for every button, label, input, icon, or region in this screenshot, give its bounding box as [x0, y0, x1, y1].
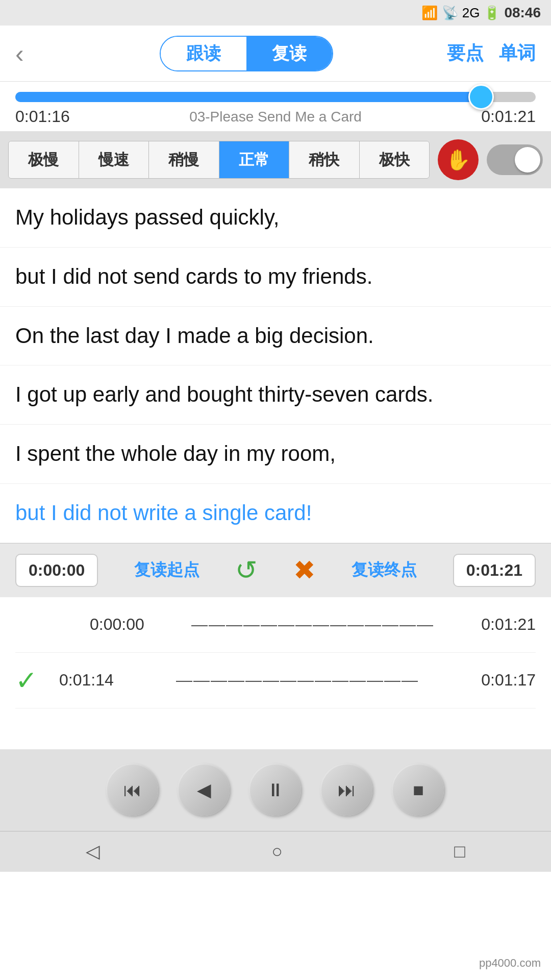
nav-recent-btn[interactable]: □	[454, 841, 465, 862]
bottom-nav: ◁ ○ □	[0, 831, 551, 872]
watermark: pp4000.com	[479, 957, 541, 970]
status-time: 08:46	[504, 5, 541, 21]
signal-icon: 📶	[421, 5, 438, 21]
record-check-1: ✓	[15, 609, 51, 640]
record-check-2: ✓	[15, 665, 51, 696]
record-dashes-2: ——————————————	[176, 671, 419, 690]
nav-key-points[interactable]: 要点	[447, 41, 484, 66]
mode-follow-read[interactable]: 跟读	[161, 37, 246, 70]
speed-controls: 极慢 慢速 稍慢 正常 稍快 极快 ✋	[0, 131, 551, 188]
repeat-cancel-icon[interactable]: ✖	[293, 555, 316, 585]
top-nav-right: 要点 单词	[447, 41, 536, 66]
status-icons: 📶 📡 2G 🔋 08:46	[421, 5, 541, 21]
network-type: 2G	[462, 5, 480, 21]
repeat-end-label[interactable]: 复读终点	[352, 559, 417, 581]
speed-very-fast[interactable]: 极快	[360, 141, 430, 178]
app-container: ‹ 跟读 复读 要点 单词 0:01:16 03-Please Send Me …	[0, 26, 551, 980]
progress-section: 0:01:16 03-Please Send Me a Card 0:01:21	[0, 82, 551, 131]
progress-bar[interactable]	[15, 92, 536, 102]
rewind-fast-icon: ⏮	[123, 779, 142, 801]
speed-btn-group: 极慢 慢速 稍慢 正常 稍快 极快	[8, 141, 430, 179]
progress-fill	[15, 92, 484, 102]
repeat-start-time[interactable]: 0:00:00	[15, 554, 98, 587]
pause-icon: ⏸	[266, 779, 285, 801]
hand-stop-icon: ✋	[445, 148, 471, 172]
total-time: 0:01:21	[481, 107, 536, 126]
back-button[interactable]: ‹	[15, 39, 46, 68]
text-content: My holidays passed quickly, but I did no…	[0, 188, 551, 543]
playback-controls: ⏮ ◀ ⏸ ⏭ ■	[0, 749, 551, 831]
status-bar: 📶 📡 2G 🔋 08:46	[0, 0, 551, 26]
stop-playback-icon: ■	[413, 779, 424, 801]
pause-button[interactable]: ⏸	[250, 765, 301, 816]
record-start-1: 0:00:00	[59, 615, 191, 634]
repeat-arrow-icon[interactable]: ↺	[235, 555, 258, 585]
mode-repeat-read[interactable]: 复读	[246, 37, 332, 70]
text-line-1[interactable]: My holidays passed quickly,	[0, 188, 551, 248]
progress-times: 0:01:16 03-Please Send Me a Card 0:01:21	[15, 107, 536, 126]
track-title: 03-Please Send Me a Card	[189, 109, 362, 125]
top-nav: ‹ 跟读 复读 要点 单词	[0, 26, 551, 82]
text-line-2[interactable]: but I did not send cards to my friends.	[0, 248, 551, 307]
text-line-5[interactable]: I spent the whole day in my room,	[0, 425, 551, 484]
auto-toggle[interactable]	[487, 144, 543, 175]
step-forward-icon: ⏭	[338, 779, 356, 801]
stop-playback-button[interactable]: ■	[393, 765, 444, 816]
speed-very-slow[interactable]: 极慢	[9, 141, 79, 178]
toggle-thumb	[515, 147, 540, 173]
repeat-end-time[interactable]: 0:01:21	[453, 554, 536, 587]
text-line-4[interactable]: I got up early and bought thirty-seven c…	[0, 365, 551, 425]
record-start-2: 0:01:14	[59, 671, 176, 690]
step-back-icon: ◀	[197, 779, 211, 801]
record-row-2: ✓ 0:01:14 —————————————— 0:01:17	[15, 653, 536, 708]
record-end-2: 0:01:17	[419, 671, 536, 690]
nav-home-btn[interactable]: ○	[271, 841, 283, 862]
record-row-1: ✓ 0:00:00 —————————————— 0:01:21	[15, 597, 536, 653]
repeat-records: ✓ 0:00:00 —————————————— 0:01:21 ✓ 0:01:…	[0, 597, 551, 708]
speed-slightly-slow[interactable]: 稍慢	[149, 141, 219, 178]
repeat-controls-bar: 0:00:00 复读起点 ↺ ✖ 复读终点 0:01:21	[0, 543, 551, 597]
record-dashes-1: ——————————————	[191, 615, 434, 634]
nav-words[interactable]: 单词	[499, 41, 536, 66]
progress-thumb[interactable]	[468, 84, 494, 110]
stop-button[interactable]: ✋	[438, 139, 479, 180]
text-line-6[interactable]: but I did not write a single card!	[0, 484, 551, 543]
repeat-start-label[interactable]: 复读起点	[134, 559, 199, 581]
battery-icon: 🔋	[484, 5, 500, 21]
speed-slightly-fast[interactable]: 稍快	[289, 141, 360, 178]
record-end-1: 0:01:21	[434, 615, 536, 634]
speed-normal[interactable]: 正常	[219, 141, 290, 178]
mode-toggle: 跟读 复读	[160, 36, 333, 71]
step-forward-button[interactable]: ⏭	[321, 765, 372, 816]
current-time: 0:01:16	[15, 107, 70, 126]
wifi-icon: 📡	[442, 5, 458, 21]
rewind-fast-button[interactable]: ⏮	[107, 765, 158, 816]
spacer	[0, 708, 551, 739]
step-back-button[interactable]: ◀	[179, 765, 230, 816]
speed-slow[interactable]: 慢速	[79, 141, 149, 178]
text-line-3[interactable]: On the last day I made a big decision.	[0, 307, 551, 366]
nav-back-btn[interactable]: ◁	[86, 841, 100, 862]
